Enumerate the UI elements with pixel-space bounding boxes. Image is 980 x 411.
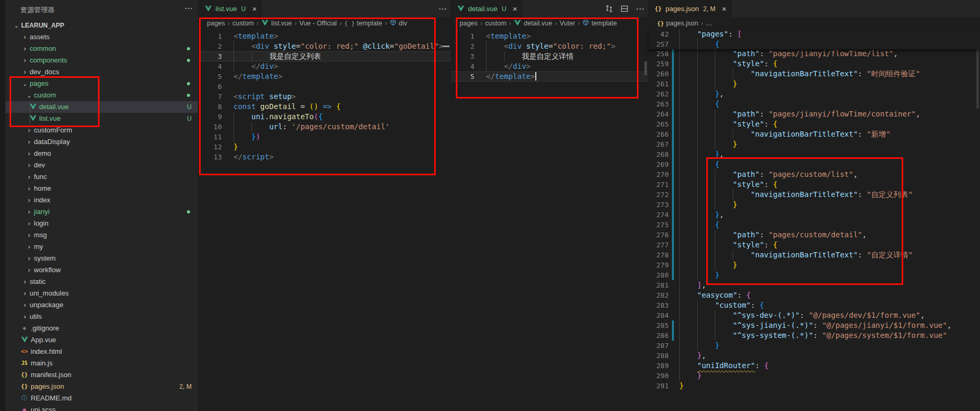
chevron-right-icon[interactable]: ›	[25, 171, 33, 183]
tree-item-App.vue[interactable]: App.vue	[5, 334, 198, 346]
tree-item-detail.vue[interactable]: detail.vueU	[5, 101, 198, 113]
code-editor[interactable]: 1<template>2 <div style="color: red;" @c…	[199, 29, 451, 411]
close-icon[interactable]: ×	[252, 4, 257, 13]
chevron-right-icon[interactable]: ›	[21, 311, 29, 323]
tree-item-demo[interactable]: ›demo	[5, 148, 198, 159]
breadcrumb-item[interactable]: { }template	[344, 20, 382, 27]
more-actions-icon[interactable]: ⋯	[184, 3, 194, 13]
tree-item-list.vue[interactable]: list.vueU	[5, 113, 198, 124]
tree-item-workflow[interactable]: ›workflow	[5, 264, 198, 276]
chevron-right-icon[interactable]: ›	[25, 148, 33, 159]
breadcrumb-item[interactable]: Vue - Official	[299, 20, 337, 27]
indent-guide	[233, 132, 251, 142]
tree-item-utils[interactable]: ›utils	[5, 311, 198, 323]
chevron-down-icon[interactable]: ⌄	[25, 90, 33, 101]
tree-item-customForm[interactable]: ›customForm	[5, 124, 198, 136]
close-icon[interactable]: ×	[722, 4, 726, 13]
tab-bar: {}pages.json2, M×	[649, 0, 980, 17]
tree-item-static[interactable]: ›static	[5, 276, 198, 288]
breadcrumb-separator: ›	[228, 20, 230, 27]
tree-item-unpackage[interactable]: ›unpackage	[5, 299, 198, 311]
tree-item-main.js[interactable]: JSmain.js	[5, 358, 198, 369]
breadcrumb-item[interactable]: custom	[232, 20, 254, 27]
code-editor[interactable]: 258 "path": "pages/jianyi/flowTime/list"…	[649, 29, 980, 411]
more-actions-icon[interactable]: ⋯	[636, 4, 644, 14]
chevron-right-icon[interactable]: ›	[25, 206, 33, 218]
chevron-right-icon[interactable]: ›	[25, 241, 33, 253]
tree-item-uni.scss[interactable]: ◉uni.scss	[5, 404, 198, 411]
chevron-right-icon[interactable]: ›	[21, 31, 29, 43]
gutter-modified-indicator	[672, 190, 674, 200]
tree-item-index.html[interactable]: <>index.html	[5, 346, 198, 358]
code-editor[interactable]: 1<template>2 <div style="color: red;">3 …	[451, 29, 649, 411]
chevron-right-icon[interactable]: ›	[21, 66, 29, 78]
chevron-right-icon[interactable]: ›	[25, 194, 33, 206]
tree-item-dataDisplay[interactable]: ›dataDisplay	[5, 136, 198, 148]
line-number: 1	[451, 31, 474, 41]
tree-item-dev_docs[interactable]: ›dev_docs	[5, 66, 198, 78]
breadcrumb-item[interactable]: pages	[207, 20, 225, 27]
tree-item-msg[interactable]: ›msg	[5, 229, 198, 241]
tab-list.vue[interactable]: list.vueU×	[199, 0, 263, 17]
breadcrumb-item[interactable]: detail.vue	[514, 19, 552, 28]
chevron-right-icon[interactable]: ›	[25, 136, 33, 148]
chevron-right-icon[interactable]: ›	[21, 55, 29, 66]
tree-item-common[interactable]: ›common	[5, 43, 198, 55]
tree-item-.gitignore[interactable]: ◈.gitignore	[5, 323, 198, 334]
chevron-down-icon[interactable]: ⌄	[13, 20, 20, 31]
chevron-right-icon[interactable]: ›	[25, 264, 33, 276]
tree-item-system[interactable]: ›system	[5, 253, 198, 264]
tree-item-jianyi[interactable]: ›jianyi	[5, 206, 198, 218]
tree-item-LEARUN_APP[interactable]: ⌄LEARUN_APP	[5, 20, 198, 31]
tree-item-index[interactable]: ›index	[5, 194, 198, 206]
chevron-right-icon[interactable]: ›	[25, 218, 33, 229]
chevron-right-icon[interactable]: ›	[21, 276, 29, 288]
breadcrumb-item[interactable]: …	[706, 20, 713, 27]
tree-item-login[interactable]: ›login	[5, 218, 198, 229]
chevron-right-icon[interactable]: ›	[21, 299, 29, 311]
breadcrumb-item[interactable]: pages	[460, 20, 478, 27]
chevron-right-icon[interactable]: ›	[25, 159, 33, 171]
open-changes-icon[interactable]	[605, 5, 613, 13]
chevron-right-icon[interactable]: ›	[21, 288, 29, 299]
explorer-title: 资源管理器	[20, 5, 55, 15]
editor2-scrollbar-thumb[interactable]	[644, 61, 647, 75]
tree-item-dev[interactable]: ›dev	[5, 159, 198, 171]
tree-item-README.md[interactable]: ⓘREADME.md	[5, 392, 198, 404]
split-editor-icon[interactable]	[621, 5, 628, 13]
tree-item-pages[interactable]: ⌄pages	[5, 78, 198, 90]
tree-item-pages.json[interactable]: {}pages.json2, M	[5, 381, 198, 392]
code-line: 262 },	[649, 89, 980, 99]
code-line: 264 "path": "pages/jianyi/flowTime/conta…	[649, 109, 980, 119]
tree-item-assets[interactable]: ›assets	[5, 31, 198, 43]
gutter-modified-indicator	[672, 169, 674, 180]
tree-item-manifest.json[interactable]: {}manifest.json	[5, 369, 198, 381]
more-actions-icon[interactable]: ⋯	[438, 4, 447, 14]
chevron-right-icon[interactable]: ›	[25, 124, 33, 136]
tree-item-components[interactable]: ›components	[5, 55, 198, 66]
chevron-right-icon[interactable]: ›	[21, 43, 29, 55]
breadcrumb-item[interactable]: custom	[485, 20, 506, 27]
tab-git-badge: U	[502, 5, 507, 13]
tree-item-home[interactable]: ›home	[5, 183, 198, 194]
indent-guide	[697, 250, 715, 260]
editor-group-3: {}pages.json2, M×{}pages.json›…258 "path…	[648, 0, 980, 411]
tree-item-custom[interactable]: ⌄custom	[5, 90, 198, 101]
tab-pages.json[interactable]: {}pages.json2, M×	[649, 0, 732, 17]
breadcrumb-item[interactable]: Vuter	[560, 20, 575, 27]
code-line: 11 })	[199, 132, 451, 142]
chevron-down-icon[interactable]: ⌄	[21, 78, 29, 90]
close-icon[interactable]: ×	[513, 4, 517, 13]
breadcrumb-item[interactable]: div	[390, 19, 407, 28]
chevron-right-icon[interactable]: ›	[25, 183, 33, 194]
chevron-right-icon[interactable]: ›	[25, 229, 33, 241]
breadcrumb-item[interactable]: {}pages.json	[657, 20, 698, 27]
tree-item-uni_modules[interactable]: ›uni_modules	[5, 288, 198, 299]
breadcrumb: {}pages.json›…	[649, 17, 980, 29]
tree-item-func[interactable]: ›func	[5, 171, 198, 183]
breadcrumb-item[interactable]: template	[582, 19, 617, 28]
tree-item-my[interactable]: ›my	[5, 241, 198, 253]
breadcrumb-item[interactable]: list.vue	[261, 19, 292, 28]
tab-detail.vue[interactable]: detail.vueU×	[451, 0, 523, 17]
chevron-right-icon[interactable]: ›	[25, 253, 33, 264]
